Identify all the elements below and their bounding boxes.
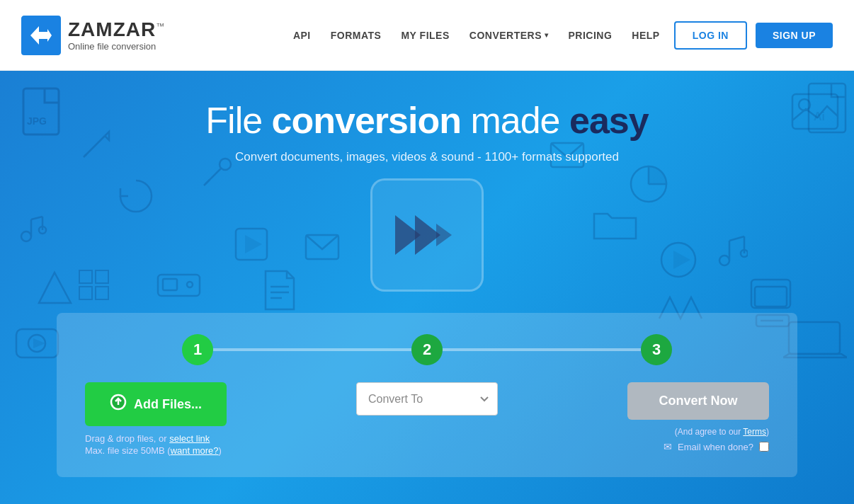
terms-text: (And agree to our Terms)	[675, 427, 769, 437]
add-files-button[interactable]: Add Files...	[85, 382, 227, 426]
zamzar-logo-icon	[21, 16, 61, 55]
nav-buttons: LOG IN SIGN UP	[674, 21, 833, 50]
login-button[interactable]: LOG IN	[674, 21, 747, 50]
logo-brand: ZAMZAR™	[68, 18, 165, 41]
controls-row: Add Files... Drag & drop files, or selec…	[85, 382, 769, 456]
logo-area: ZAMZAR™ Online file conversion	[21, 16, 165, 55]
want-more-link[interactable]: want more?	[171, 445, 219, 456]
email-envelope-icon: ✉	[664, 441, 672, 452]
upload-icon	[110, 394, 127, 415]
email-label: Email when done?	[678, 442, 753, 452]
signup-button[interactable]: SIGN UP	[756, 23, 833, 48]
nav-api[interactable]: API	[293, 30, 311, 41]
convert-to-select[interactable]: Convert To MP4 MP3 PDF JPG PNG DOCX	[356, 382, 498, 416]
logo-text-area: ZAMZAR™ Online file conversion	[68, 18, 165, 52]
svg-marker-0	[30, 26, 52, 45]
step-3-circle: 3	[641, 334, 672, 365]
drag-drop-text: Drag & drop files, or select link	[85, 433, 210, 444]
step-1-circle: 1	[182, 334, 213, 365]
email-row: ✉ Email when done?	[664, 441, 769, 452]
step-2-circle: 2	[411, 334, 443, 365]
main-nav: API FORMATS MY FILES CONVERTERS ▾ PRICIN…	[293, 30, 660, 41]
add-files-group: Add Files... Drag & drop files, or selec…	[85, 382, 304, 456]
arrow3-icon	[436, 224, 452, 246]
converters-chevron-icon: ▾	[545, 31, 549, 39]
conversion-panel: 1 2 3	[57, 313, 797, 477]
convert-now-group: Convert Now (And agree to our Terms) ✉ E…	[550, 382, 769, 452]
hero-subtitle: Convert documents, images, videos & soun…	[14, 150, 840, 164]
max-size-text: Max. file size 50MB (want more?)	[85, 445, 222, 456]
steps-indicator: 1 2 3	[85, 334, 769, 365]
terms-link[interactable]: Terms	[743, 427, 766, 437]
select-link[interactable]: select link	[169, 433, 210, 444]
header: ZAMZAR™ Online file conversion API FORMA…	[0, 0, 854, 71]
convert-now-button[interactable]: Convert Now	[627, 382, 769, 420]
hero-title: File conversion made easy	[14, 99, 840, 142]
logo-tagline: Online file conversion	[68, 41, 165, 52]
nav-pricing[interactable]: PRICING	[569, 30, 613, 41]
hero-section: JPG	[0, 71, 854, 504]
email-checkbox[interactable]	[759, 442, 769, 452]
nav-formats[interactable]: FORMATS	[331, 30, 382, 41]
hero-content: File conversion made easy Convert docume…	[0, 99, 854, 477]
nav-my-files[interactable]: MY FILES	[401, 30, 449, 41]
nav-help[interactable]: HELP	[632, 30, 659, 41]
step-line-2-3	[443, 348, 641, 351]
hero-zamzar-graphic	[370, 178, 484, 292]
hero-graphic-inner	[395, 210, 459, 260]
nav-converters[interactable]: CONVERTERS ▾	[469, 30, 549, 41]
step-line-1-2	[213, 348, 411, 351]
convert-to-group: Convert To MP4 MP3 PDF JPG PNG DOCX	[318, 382, 537, 416]
